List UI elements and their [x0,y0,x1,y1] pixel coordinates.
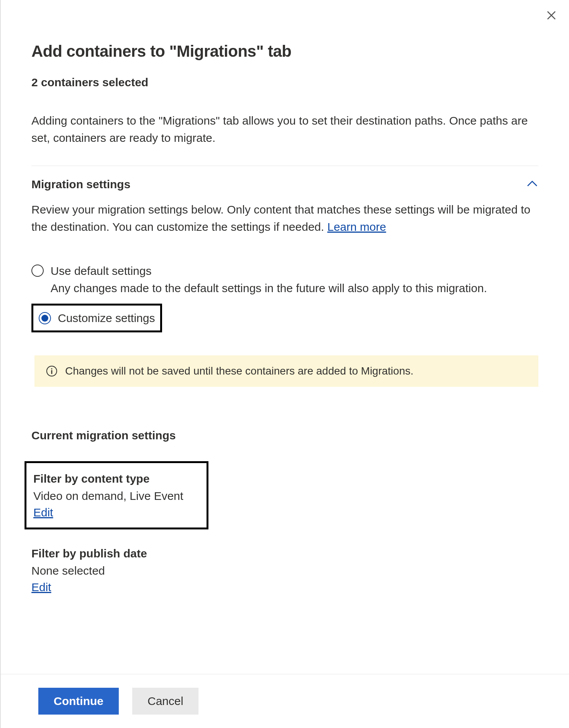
radio-icon[interactable] [31,265,44,277]
continue-button[interactable]: Continue [38,688,119,715]
info-banner-text: Changes will not be saved until these co… [65,365,413,377]
info-icon [46,365,57,377]
close-icon[interactable] [545,8,558,25]
radio-icon[interactable] [39,312,51,324]
edit-link[interactable]: Edit [31,581,51,594]
divider [31,166,538,166]
settings-radio-group: Use default settings Any changes made to… [31,262,538,344]
setting-label: Filter by publish date [31,545,538,562]
migration-settings-header[interactable]: Migration settings [31,177,538,191]
svg-point-1 [51,368,52,369]
edit-link[interactable]: Edit [33,506,53,519]
setting-filter-content-type: Filter by content type Video on demand, … [25,461,208,529]
cancel-button[interactable]: Cancel [132,688,198,715]
setting-label: Filter by content type [33,470,200,487]
migration-settings-title: Migration settings [31,178,130,191]
add-containers-panel: Add containers to "Migrations" tab 2 con… [0,0,569,728]
page-description: Adding containers to the "Migrations" ta… [31,112,538,146]
radio-use-default[interactable]: Use default settings Any changes made to… [31,262,538,297]
learn-more-link[interactable]: Learn more [327,220,386,233]
current-settings-title: Current migration settings [31,429,538,442]
setting-value: Video on demand, Live Event [33,487,200,505]
selection-count: 2 containers selected [31,76,538,89]
radio-label: Use default settings [51,262,538,279]
radio-label: Customize settings [58,309,155,327]
setting-value: None selected [31,562,538,579]
info-banner: Changes will not be saved until these co… [34,355,538,387]
page-title: Add containers to "Migrations" tab [31,42,538,61]
svg-rect-2 [51,370,52,374]
footer: Continue Cancel [1,674,569,728]
radio-sublabel: Any changes made to the default settings… [51,279,538,297]
setting-filter-publish-date: Filter by publish date None selected Edi… [31,545,538,594]
chevron-up-icon[interactable] [526,177,538,191]
migration-settings-description: Review your migration settings below. On… [31,201,538,235]
radio-customize-highlight: Customize settings [31,304,162,332]
